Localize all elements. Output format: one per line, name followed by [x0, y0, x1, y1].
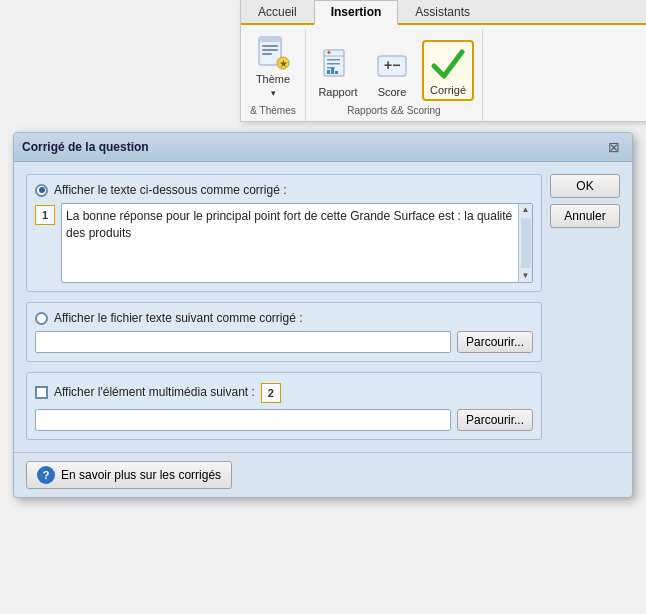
help-icon: ? — [37, 466, 55, 484]
tab-assistants[interactable]: Assistants — [398, 0, 487, 23]
ok-button[interactable]: OK — [550, 174, 620, 198]
text-section-header: Afficher le texte ci-dessous comme corri… — [35, 183, 533, 197]
file-input[interactable] — [35, 331, 451, 353]
svg-rect-2 — [262, 45, 278, 47]
multimedia-section: Afficher l'élément multimédia suivant : … — [26, 372, 542, 440]
file-browse-button[interactable]: Parcourir... — [457, 331, 533, 353]
multimedia-input-row: Parcourir... — [35, 409, 533, 431]
svg-rect-10 — [327, 59, 340, 61]
ribbon-tabs: Accueil Insertion Assistants — [241, 0, 646, 25]
theme-button[interactable]: ★ Thème ▾ — [249, 31, 297, 101]
help-label: En savoir plus sur les corrigés — [61, 468, 221, 482]
svg-text:✦: ✦ — [326, 49, 332, 56]
corrige-icon — [428, 44, 468, 84]
dialog-title: Corrigé de la question — [22, 140, 149, 154]
svg-rect-15 — [335, 71, 338, 74]
cancel-button[interactable]: Annuler — [550, 204, 620, 228]
score-label: Score — [378, 86, 407, 99]
multimedia-checkbox[interactable] — [35, 386, 48, 399]
rapport-label: Rapport — [318, 86, 357, 99]
svg-rect-4 — [262, 53, 272, 55]
dialog: Corrigé de la question ⊠ Afficher le tex… — [13, 132, 633, 498]
tab-insertion[interactable]: Insertion — [314, 0, 399, 25]
svg-rect-11 — [327, 63, 340, 65]
dialog-buttons: OK Annuler — [550, 174, 620, 440]
scroll-up[interactable]: ▲ — [520, 204, 532, 216]
multimedia-checkbox-area: Afficher l'élément multimédia suivant : … — [35, 381, 533, 403]
text-area-content: La bonne réponse pour le principal point… — [62, 204, 532, 246]
rapport-button[interactable]: ✦ Rapport — [314, 44, 362, 101]
svg-rect-13 — [327, 70, 330, 74]
file-radio[interactable] — [35, 312, 48, 325]
text-area-wrapper: 1 La bonne réponse pour le principal poi… — [35, 203, 533, 283]
close-button[interactable]: ⊠ — [604, 137, 624, 157]
dialog-titlebar: Corrigé de la question ⊠ — [14, 133, 632, 162]
ribbon-group-themes: ★ Thème ▾ & Thèmes — [241, 29, 306, 121]
text-section-label: Afficher le texte ci-dessous comme corri… — [54, 183, 287, 197]
svg-rect-1 — [259, 37, 281, 42]
text-section: Afficher le texte ci-dessous comme corri… — [26, 174, 542, 292]
help-button[interactable]: ? En savoir plus sur les corrigés — [26, 461, 232, 489]
scrollbar[interactable]: ▲ ▼ — [518, 204, 532, 282]
file-section-label: Afficher le fichier texte suivant comme … — [54, 311, 303, 325]
dialog-body: Afficher le texte ci-dessous comme corri… — [14, 162, 632, 452]
rapports-group-label: Rapports && Scoring — [347, 105, 440, 119]
score-icon: +− — [372, 46, 412, 86]
svg-rect-14 — [331, 68, 334, 74]
corrige-label: Corrigé — [430, 84, 466, 97]
corrige-button[interactable]: Corrigé — [422, 40, 474, 101]
themes-items: ★ Thème ▾ — [249, 31, 297, 101]
svg-text:+−: +− — [384, 57, 400, 73]
theme-label: Thème ▾ — [256, 73, 290, 99]
multimedia-browse-button[interactable]: Parcourir... — [457, 409, 533, 431]
svg-text:★: ★ — [279, 58, 288, 69]
scroll-track — [521, 218, 531, 268]
multimedia-badge: 2 — [261, 383, 281, 403]
score-button[interactable]: +− Score — [368, 44, 416, 101]
rapport-icon: ✦ — [318, 46, 358, 86]
multimedia-section-label: Afficher l'élément multimédia suivant : — [54, 385, 255, 399]
file-input-row: Parcourir... — [35, 331, 533, 353]
file-section: Afficher le fichier texte suivant comme … — [26, 302, 542, 362]
text-badge: 1 — [35, 205, 55, 225]
ribbon-group-rapports: ✦ Rapport — [306, 29, 483, 121]
dialog-main: Afficher le texte ci-dessous comme corri… — [26, 174, 542, 440]
rapports-items: ✦ Rapport — [314, 31, 474, 101]
text-area[interactable]: La bonne réponse pour le principal point… — [61, 203, 533, 283]
ribbon-content: ★ Thème ▾ & Thèmes — [241, 25, 646, 121]
themes-group-label: & Thèmes — [250, 105, 295, 119]
theme-icon: ★ — [253, 33, 293, 73]
file-section-header: Afficher le fichier texte suivant comme … — [35, 311, 533, 325]
tab-accueil[interactable]: Accueil — [241, 0, 314, 23]
dialog-footer: ? En savoir plus sur les corrigés — [14, 452, 632, 497]
svg-rect-3 — [262, 49, 278, 51]
ribbon: Accueil Insertion Assistants — [240, 0, 646, 122]
text-radio[interactable] — [35, 184, 48, 197]
scroll-down[interactable]: ▼ — [520, 270, 532, 282]
multimedia-input[interactable] — [35, 409, 451, 431]
